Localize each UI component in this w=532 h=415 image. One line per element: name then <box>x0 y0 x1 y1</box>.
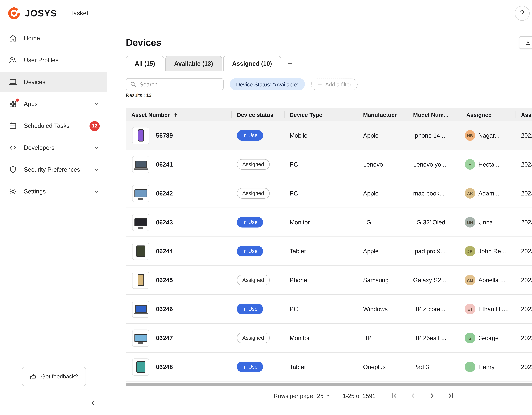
device-thumb <box>136 245 145 257</box>
tab-bar: All (15) Available (13) Assigned (10) + … <box>126 56 532 71</box>
assignee-cell: AM Abriella ... <box>461 266 515 294</box>
device-type: Tablet <box>284 237 358 265</box>
next-page-button[interactable] <box>427 391 437 400</box>
device-image <box>132 300 149 318</box>
download-icon <box>525 40 531 46</box>
search-icon <box>130 81 136 87</box>
search-input[interactable] <box>126 78 224 90</box>
assignment-date: 2023/12/12 <box>515 353 532 381</box>
brand-name: JOSYS <box>25 8 57 19</box>
pagination-range: 1-25 of 2591 <box>342 392 375 399</box>
status-badge: Assigned <box>237 333 269 343</box>
rows-per-page-select[interactable]: 25 <box>317 392 331 399</box>
asset-number: 06243 <box>156 219 173 226</box>
device-image <box>132 243 149 260</box>
model-number: HP Z core... <box>408 295 461 323</box>
calendar-icon <box>9 122 17 130</box>
export-button[interactable]: EXPORT <box>519 36 532 49</box>
assignee-avatar: NB <box>465 130 475 141</box>
plus-icon <box>317 82 323 87</box>
device-type: PC <box>284 295 358 323</box>
device-type: PC <box>284 150 358 179</box>
column-header-asset-number[interactable]: Asset Number <box>126 108 231 121</box>
column-header-manufacturer[interactable]: Manufactuer <box>358 108 408 121</box>
sort-ascending-icon[interactable] <box>172 112 178 118</box>
sidebar-item-scheduled-tasks[interactable]: Scheduled Tasks 12 <box>0 116 107 136</box>
status-badge: In Use <box>237 246 263 256</box>
sidebar-item-apps[interactable]: Apps <box>0 94 107 114</box>
table-row[interactable]: 06248 In Use Tablet Oneplus Pad 3 H Henr… <box>126 353 532 381</box>
sidebar-item-developers[interactable]: Developers <box>0 138 107 158</box>
first-page-button[interactable] <box>390 391 399 400</box>
horizontal-scrollbar[interactable] <box>126 383 532 386</box>
assignee-cell: H Hecta... <box>461 150 515 179</box>
sidebar-item-settings[interactable]: Settings <box>0 181 107 202</box>
assignee-avatar: H <box>465 362 475 372</box>
status-badge: In Use <box>237 304 263 314</box>
sidebar-collapse-button[interactable] <box>90 399 97 406</box>
device-thumb <box>134 189 147 197</box>
sidebar-item-user-profiles[interactable]: User Profiles <box>0 50 107 70</box>
add-tab-button[interactable]: + <box>282 56 298 71</box>
assignee-name: Abriella ... <box>478 277 505 283</box>
previous-page-button[interactable] <box>408 391 418 400</box>
table-row[interactable]: 06244 In Use Tablet Apple Ipad pro 9... … <box>126 237 532 266</box>
table-row[interactable]: 06245 Assigned Phone Samsung Galaxy S2..… <box>126 266 532 295</box>
manufacturer: Samsung <box>358 266 408 294</box>
table-row[interactable]: 06247 Assigned Monitor HP HP 25es L... G… <box>126 324 532 353</box>
thumbs-up-icon <box>30 373 37 380</box>
table-row[interactable]: 06246 In Use PC Windows HP Z core... ET … <box>126 295 532 324</box>
main-content: Devices EXPORT ADD <box>107 27 532 415</box>
status-badge: In Use <box>237 130 263 141</box>
assignment-date: 2023/11/19 <box>515 324 532 352</box>
asset-number: 06247 <box>156 334 173 341</box>
device-status-filter-chip[interactable]: Device Status: “Available” <box>230 78 305 90</box>
status-badge: Assigned <box>237 188 269 198</box>
table-row[interactable]: 06242 Assigned PC Apple mac book... AK A… <box>126 179 532 208</box>
manufacturer: Apple <box>358 121 408 150</box>
device-type: Mobile <box>284 121 358 150</box>
feedback-button[interactable]: Got feedback? <box>22 367 86 386</box>
josys-logo[interactable]: JOSYS <box>7 6 57 20</box>
add-filter-button[interactable]: Add a filter <box>311 78 358 90</box>
assignee-cell: H Henry <box>461 353 515 381</box>
manufacturer: LG <box>358 208 408 236</box>
asset-number: 06244 <box>156 248 173 255</box>
table-row[interactable]: 06243 In Use Monitor LG LG 32’ Oled UN U… <box>126 208 532 237</box>
assignee-avatar: H <box>465 159 475 170</box>
device-type: Phone <box>284 266 358 294</box>
assignee-avatar: G <box>465 333 475 343</box>
sidebar-item-devices[interactable]: Devices <box>0 72 107 92</box>
top-bar: JOSYS Taskel ? Ricky Smith <box>0 0 532 27</box>
column-header-assignee[interactable]: Assignee <box>461 108 515 121</box>
manufacturer: Apple <box>358 179 408 208</box>
device-thumb <box>134 334 147 342</box>
app-window: JOSYS Taskel ? Ricky Smith Home <box>0 0 532 415</box>
model-number: LG 32’ Oled <box>408 208 461 236</box>
assignee-cell: ET Ethan Hu... <box>461 295 515 323</box>
assignee-name: Hecta... <box>478 161 499 168</box>
table-row[interactable]: 56789 In Use Mobile Apple Iphone 14 ... … <box>126 121 532 150</box>
sidebar-item-security-preferences[interactable]: Security Preferences <box>0 160 107 180</box>
column-header-model[interactable]: Model Num... <box>408 108 461 121</box>
model-number: mac book... <box>408 179 461 208</box>
scrollbar-thumb[interactable] <box>126 383 532 386</box>
tab-available[interactable]: Available (13) <box>165 56 222 71</box>
status-badge: In Use <box>237 362 263 372</box>
sidebar-item-home[interactable]: Home <box>0 28 107 48</box>
sidebar-item-label: Scheduled Tasks <box>24 122 69 129</box>
assignee-name: Henry <box>478 363 494 370</box>
column-header-device-type[interactable]: Device Type <box>284 108 358 121</box>
devices-icon <box>9 78 17 86</box>
chevron-left-icon <box>409 392 417 399</box>
column-header-assignment-date[interactable]: Assignment... <box>515 108 532 121</box>
manufacturer: HP <box>358 324 408 352</box>
tab-all[interactable]: All (15) <box>126 56 164 71</box>
last-page-button[interactable] <box>446 391 455 400</box>
column-header-device-status[interactable]: Device status <box>231 108 284 121</box>
tab-assigned[interactable]: Assigned (10) <box>223 56 281 71</box>
table-row[interactable]: 06241 Assigned PC Lenovo Lenovo yo... H … <box>126 150 532 179</box>
device-type: PC <box>284 179 358 208</box>
device-image <box>132 358 149 376</box>
help-button[interactable]: ? <box>515 6 530 21</box>
